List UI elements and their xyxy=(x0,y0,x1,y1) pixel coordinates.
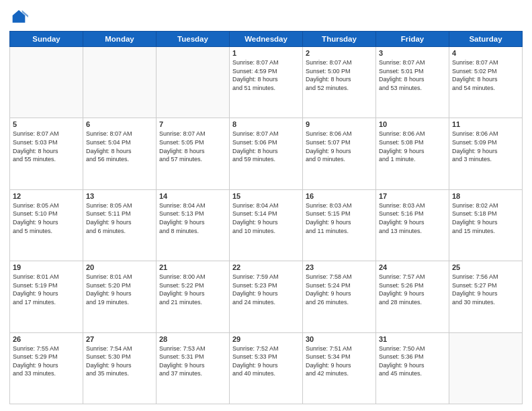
calendar-week-row: 26Sunrise: 7:55 AM Sunset: 5:29 PM Dayli… xyxy=(10,332,523,404)
calendar-header-row: Sunday Monday Tuesday Wednesday Thursday… xyxy=(10,32,523,47)
calendar-table: Sunday Monday Tuesday Wednesday Thursday… xyxy=(9,31,523,404)
day-info: Sunrise: 7:53 AM Sunset: 5:31 PM Dayligh… xyxy=(159,345,226,378)
table-row: 10Sunrise: 8:06 AM Sunset: 5:08 PM Dayli… xyxy=(376,118,449,189)
table-row: 5Sunrise: 8:07 AM Sunset: 5:03 PM Daylig… xyxy=(10,118,83,189)
day-info: Sunrise: 8:07 AM Sunset: 5:06 PM Dayligh… xyxy=(232,130,300,163)
day-info: Sunrise: 7:52 AM Sunset: 5:33 PM Dayligh… xyxy=(232,345,300,378)
col-thursday: Thursday xyxy=(303,32,376,47)
day-info: Sunrise: 7:57 AM Sunset: 5:26 PM Dayligh… xyxy=(379,273,446,306)
table-row: 30Sunrise: 7:51 AM Sunset: 5:34 PM Dayli… xyxy=(303,332,376,404)
day-info: Sunrise: 7:58 AM Sunset: 5:24 PM Dayligh… xyxy=(306,273,373,306)
day-info: Sunrise: 7:50 AM Sunset: 5:36 PM Dayligh… xyxy=(379,345,446,378)
day-number: 23 xyxy=(306,263,373,271)
logo xyxy=(9,8,31,27)
table-row: 7Sunrise: 8:07 AM Sunset: 5:05 PM Daylig… xyxy=(157,118,230,189)
col-monday: Monday xyxy=(83,32,157,47)
day-number: 9 xyxy=(306,120,373,128)
table-row: 13Sunrise: 8:05 AM Sunset: 5:11 PM Dayli… xyxy=(83,189,157,261)
table-row: 22Sunrise: 7:59 AM Sunset: 5:23 PM Dayli… xyxy=(230,261,303,332)
day-number: 28 xyxy=(159,335,226,343)
day-number: 25 xyxy=(452,263,519,271)
day-number: 27 xyxy=(86,335,153,343)
table-row: 3Sunrise: 8:07 AM Sunset: 5:01 PM Daylig… xyxy=(376,47,449,118)
day-info: Sunrise: 7:59 AM Sunset: 5:23 PM Dayligh… xyxy=(232,273,300,306)
day-number: 7 xyxy=(159,120,226,128)
day-number: 16 xyxy=(306,192,373,200)
day-number: 8 xyxy=(232,120,300,128)
table-row xyxy=(157,47,230,118)
day-info: Sunrise: 7:55 AM Sunset: 5:29 PM Dayligh… xyxy=(13,345,80,378)
day-number: 11 xyxy=(452,120,519,128)
col-friday: Friday xyxy=(376,32,449,47)
day-info: Sunrise: 8:01 AM Sunset: 5:19 PM Dayligh… xyxy=(13,273,80,306)
day-number: 30 xyxy=(306,335,373,343)
calendar-week-row: 1Sunrise: 8:07 AM Sunset: 4:59 PM Daylig… xyxy=(10,47,523,118)
day-info: Sunrise: 8:06 AM Sunset: 5:07 PM Dayligh… xyxy=(306,130,373,163)
day-info: Sunrise: 8:07 AM Sunset: 5:02 PM Dayligh… xyxy=(452,58,519,92)
day-number: 24 xyxy=(379,263,446,271)
table-row: 1Sunrise: 8:07 AM Sunset: 4:59 PM Daylig… xyxy=(230,47,303,118)
day-info: Sunrise: 8:02 AM Sunset: 5:18 PM Dayligh… xyxy=(452,201,519,235)
day-info: Sunrise: 8:05 AM Sunset: 5:11 PM Dayligh… xyxy=(86,201,153,235)
col-wednesday: Wednesday xyxy=(230,32,303,47)
day-info: Sunrise: 8:07 AM Sunset: 5:05 PM Dayligh… xyxy=(159,130,226,163)
day-number: 12 xyxy=(13,192,80,200)
day-info: Sunrise: 8:06 AM Sunset: 5:08 PM Dayligh… xyxy=(379,130,446,163)
table-row: 28Sunrise: 7:53 AM Sunset: 5:31 PM Dayli… xyxy=(157,332,230,404)
day-number: 14 xyxy=(159,192,226,200)
table-row: 19Sunrise: 8:01 AM Sunset: 5:19 PM Dayli… xyxy=(10,261,83,332)
day-info: Sunrise: 8:03 AM Sunset: 5:16 PM Dayligh… xyxy=(379,201,446,235)
table-row xyxy=(449,332,523,404)
day-info: Sunrise: 8:07 AM Sunset: 5:03 PM Dayligh… xyxy=(13,130,80,163)
day-number: 13 xyxy=(86,192,153,200)
day-number: 1 xyxy=(232,49,300,57)
table-row: 6Sunrise: 8:07 AM Sunset: 5:04 PM Daylig… xyxy=(83,118,157,189)
table-row: 15Sunrise: 8:04 AM Sunset: 5:14 PM Dayli… xyxy=(230,189,303,261)
day-info: Sunrise: 7:56 AM Sunset: 5:27 PM Dayligh… xyxy=(452,273,519,306)
day-number: 6 xyxy=(86,120,153,128)
day-number: 17 xyxy=(379,192,446,200)
table-row xyxy=(10,47,83,118)
table-row xyxy=(83,47,157,118)
table-row: 20Sunrise: 8:01 AM Sunset: 5:20 PM Dayli… xyxy=(83,261,157,332)
table-row: 18Sunrise: 8:02 AM Sunset: 5:18 PM Dayli… xyxy=(449,189,523,261)
table-row: 4Sunrise: 8:07 AM Sunset: 5:02 PM Daylig… xyxy=(449,47,523,118)
day-number: 20 xyxy=(86,263,153,271)
day-number: 4 xyxy=(452,49,519,57)
calendar-week-row: 19Sunrise: 8:01 AM Sunset: 5:19 PM Dayli… xyxy=(10,261,523,332)
table-row: 21Sunrise: 8:00 AM Sunset: 5:22 PM Dayli… xyxy=(157,261,230,332)
table-row: 31Sunrise: 7:50 AM Sunset: 5:36 PM Dayli… xyxy=(376,332,449,404)
day-info: Sunrise: 8:07 AM Sunset: 5:01 PM Dayligh… xyxy=(379,58,446,92)
day-number: 26 xyxy=(13,335,80,343)
table-row: 11Sunrise: 8:06 AM Sunset: 5:09 PM Dayli… xyxy=(449,118,523,189)
col-saturday: Saturday xyxy=(449,32,523,47)
day-info: Sunrise: 8:00 AM Sunset: 5:22 PM Dayligh… xyxy=(159,273,226,306)
col-sunday: Sunday xyxy=(10,32,83,47)
logo-icon xyxy=(9,8,28,27)
day-info: Sunrise: 7:51 AM Sunset: 5:34 PM Dayligh… xyxy=(306,345,373,378)
day-number: 2 xyxy=(306,49,373,57)
table-row: 14Sunrise: 8:04 AM Sunset: 5:13 PM Dayli… xyxy=(157,189,230,261)
day-number: 31 xyxy=(379,335,446,343)
day-info: Sunrise: 8:07 AM Sunset: 5:04 PM Dayligh… xyxy=(86,130,153,163)
table-row: 12Sunrise: 8:05 AM Sunset: 5:10 PM Dayli… xyxy=(10,189,83,261)
table-row: 8Sunrise: 8:07 AM Sunset: 5:06 PM Daylig… xyxy=(230,118,303,189)
day-number: 10 xyxy=(379,120,446,128)
day-info: Sunrise: 8:05 AM Sunset: 5:10 PM Dayligh… xyxy=(13,201,80,235)
table-row: 26Sunrise: 7:55 AM Sunset: 5:29 PM Dayli… xyxy=(10,332,83,404)
day-number: 15 xyxy=(232,192,300,200)
day-info: Sunrise: 8:01 AM Sunset: 5:20 PM Dayligh… xyxy=(86,273,153,306)
day-info: Sunrise: 8:07 AM Sunset: 5:00 PM Dayligh… xyxy=(306,58,373,92)
table-row: 17Sunrise: 8:03 AM Sunset: 5:16 PM Dayli… xyxy=(376,189,449,261)
day-info: Sunrise: 8:04 AM Sunset: 5:14 PM Dayligh… xyxy=(232,201,300,235)
day-info: Sunrise: 8:04 AM Sunset: 5:13 PM Dayligh… xyxy=(159,201,226,235)
header xyxy=(9,8,523,27)
table-row: 2Sunrise: 8:07 AM Sunset: 5:00 PM Daylig… xyxy=(303,47,376,118)
table-row: 16Sunrise: 8:03 AM Sunset: 5:15 PM Dayli… xyxy=(303,189,376,261)
day-number: 3 xyxy=(379,49,446,57)
page: Sunday Monday Tuesday Wednesday Thursday… xyxy=(0,0,532,411)
day-number: 21 xyxy=(159,263,226,271)
day-number: 29 xyxy=(232,335,300,343)
table-row: 27Sunrise: 7:54 AM Sunset: 5:30 PM Dayli… xyxy=(83,332,157,404)
col-tuesday: Tuesday xyxy=(157,32,230,47)
